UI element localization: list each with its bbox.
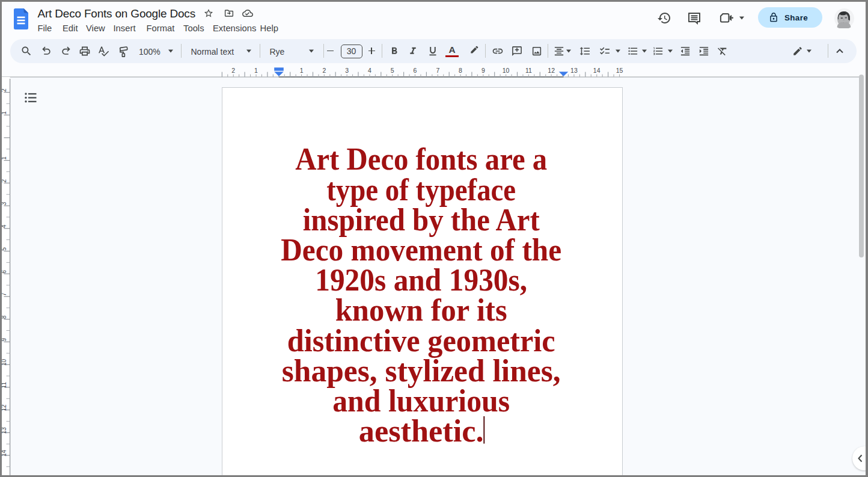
svg-text:shapes, stylized lines,: shapes, stylized lines, xyxy=(282,354,561,388)
svg-text:8: 8 xyxy=(459,67,462,74)
svg-text:2: 2 xyxy=(322,67,326,74)
svg-text:10: 10 xyxy=(503,67,510,74)
svg-text:13: 13 xyxy=(570,67,578,74)
svg-text:3: 3 xyxy=(345,67,349,74)
svg-text:14: 14 xyxy=(593,67,601,74)
svg-text:known for its: known for its xyxy=(335,293,507,327)
svg-text:1: 1 xyxy=(254,67,258,74)
svg-text:6: 6 xyxy=(414,67,417,74)
svg-text:4: 4 xyxy=(368,67,371,74)
svg-text:Art Deco fonts are a: Art Deco fonts are a xyxy=(295,142,547,176)
svg-text:Deco movement of the: Deco movement of the xyxy=(281,233,561,267)
svg-text:12: 12 xyxy=(548,67,555,74)
svg-text:type of typeface: type of typeface xyxy=(326,173,516,207)
svg-text:1: 1 xyxy=(300,67,304,74)
svg-text:5: 5 xyxy=(391,67,394,74)
svg-text:11: 11 xyxy=(525,67,532,74)
svg-text:7: 7 xyxy=(436,67,439,74)
svg-text:2: 2 xyxy=(231,67,235,74)
svg-text:inspired by the Art: inspired by the Art xyxy=(303,203,540,237)
svg-text:distinctive geometric: distinctive geometric xyxy=(287,324,555,358)
svg-text:9: 9 xyxy=(481,67,485,74)
svg-text:and luxurious: and luxurious xyxy=(332,384,510,418)
svg-text:aesthetic.: aesthetic. xyxy=(359,414,484,448)
svg-text:15: 15 xyxy=(616,67,623,74)
svg-text:1920s and 1930s,: 1920s and 1930s, xyxy=(315,263,527,297)
